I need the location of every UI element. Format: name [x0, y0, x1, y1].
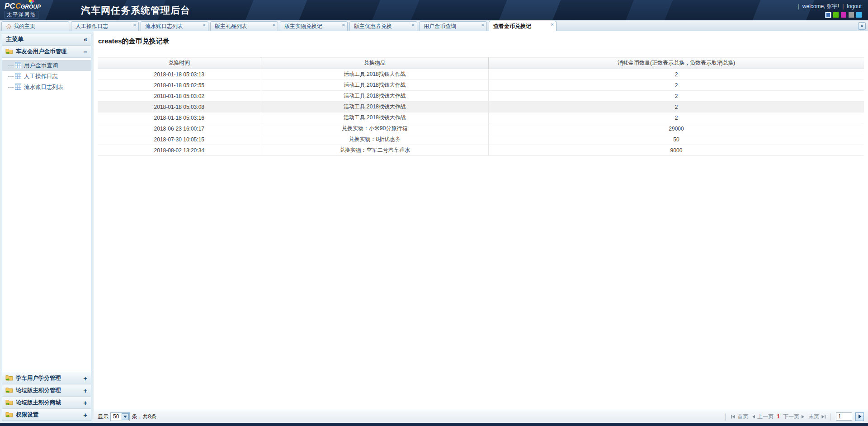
- sidebar-group-mod-points-mgmt[interactable]: 论坛版主积分管理 +: [2, 384, 91, 396]
- app-window: PCCGROUP 太平洋网络 汽车网任务系统管理后台 |welcome, 张宇!…: [0, 0, 868, 426]
- table-row[interactable]: 2018-06-23 16:00:17 兑换实物：小米90分旅行箱 29000: [98, 123, 864, 134]
- user-line: |welcome, 张宇!|logout: [795, 3, 862, 10]
- cell-amount: 2: [488, 112, 864, 123]
- collapse-minus-icon[interactable]: −: [83, 48, 87, 56]
- cell-item: 兑换实物：小米90分旅行箱: [261, 123, 488, 134]
- close-icon[interactable]: ×: [342, 22, 345, 28]
- last-page-icon: [821, 414, 826, 419]
- tree-line: [8, 66, 14, 66]
- close-icon[interactable]: ×: [551, 21, 554, 27]
- divider: │: [829, 413, 833, 420]
- logo-wordmark: PCCGROUP: [5, 3, 75, 10]
- expand-plus-icon[interactable]: +: [83, 411, 87, 419]
- theme-skyblue-button[interactable]: [856, 12, 862, 18]
- table-row[interactable]: 2018-01-18 05:03:08 活动工具,2018找钱大作战 2: [98, 102, 864, 112]
- main-content: creates的金币兑换记录 兑换时间 兑换物品 消耗金币数量(正数表示兑换，负…: [94, 31, 868, 423]
- table-icon: [15, 84, 21, 91]
- pagination-bar: 显示 50 条，共8条 │ 首页: [94, 410, 868, 423]
- table-row[interactable]: 2018-08-02 13:20:34 兑换实物：空军二号汽车香水 9000: [98, 145, 864, 156]
- folder-icon: [5, 375, 13, 382]
- goto-page-input[interactable]: [836, 412, 852, 421]
- tab-home[interactable]: 我的主页: [1, 21, 69, 31]
- cell-amount: 9000: [488, 145, 864, 156]
- logout-link[interactable]: logout: [847, 3, 862, 9]
- table-header-row: 兑换时间 兑换物品 消耗金币数量(正数表示兑换，负数表示取消兑换): [98, 57, 864, 69]
- sidebar-group-permission-settings[interactable]: 权限设置 +: [2, 408, 91, 421]
- tab-user-coin-query[interactable]: 用户金币查询 ×: [419, 21, 487, 31]
- last-page-button[interactable]: 末页: [808, 413, 826, 421]
- table-icon: [15, 73, 21, 80]
- close-icon[interactable]: ×: [481, 22, 484, 28]
- cell-time: 2018-01-18 05:03:16: [98, 112, 261, 123]
- chevron-down-icon[interactable]: [122, 413, 129, 420]
- folder-icon: [5, 387, 13, 394]
- tab-mod-gift-list[interactable]: 版主礼品列表 ×: [210, 21, 278, 31]
- folder-icon: [5, 48, 13, 56]
- next-page-button[interactable]: 下一页: [783, 413, 805, 421]
- table-icon: [15, 62, 21, 70]
- cell-item: 活动工具,2018找钱大作战: [261, 80, 488, 91]
- exchange-table-wrap: 兑换时间 兑换物品 消耗金币数量(正数表示兑换，负数表示取消兑换) 2018-0…: [94, 50, 868, 156]
- tab-manual-op-log[interactable]: 人工操作日志 ×: [71, 21, 139, 31]
- close-icon[interactable]: ×: [203, 22, 206, 28]
- cell-amount: 2: [488, 69, 864, 80]
- next-page-icon: [801, 414, 805, 419]
- close-icon[interactable]: ×: [412, 22, 415, 28]
- tab-flow-log-list[interactable]: 流水账日志列表 ×: [141, 21, 208, 31]
- content-title: creates的金币兑换记录: [94, 31, 868, 50]
- cell-item: 活动工具,2018找钱大作战: [261, 112, 488, 123]
- tab-view-coin-exchange[interactable]: 查看金币兑换记 ×: [489, 21, 557, 31]
- table-row[interactable]: 2018-01-18 05:02:55 活动工具,2018找钱大作战 2: [98, 80, 864, 91]
- cell-amount: 29000: [488, 123, 864, 134]
- col-header-coin-amount: 消耗金币数量(正数表示兑换，负数表示取消兑换): [488, 57, 864, 69]
- expand-plus-icon[interactable]: +: [83, 387, 87, 394]
- tree-line: [8, 87, 14, 88]
- cell-time: 2018-01-18 05:02:55: [98, 80, 261, 91]
- tabbar-close-button[interactable]: ×: [858, 22, 866, 30]
- sidebar-collapse-icon[interactable]: «: [84, 36, 87, 43]
- exchange-records-table: 兑换时间 兑换物品 消耗金币数量(正数表示兑换，负数表示取消兑换) 2018-0…: [98, 57, 864, 156]
- show-label: 显示: [98, 413, 108, 421]
- table-row[interactable]: 2018-01-18 05:03:13 活动工具,2018找钱大作战 2: [98, 69, 864, 80]
- cell-time: 2018-01-18 05:03:13: [98, 69, 261, 80]
- theme-blue-button[interactable]: [826, 12, 831, 18]
- col-header-exchange-item: 兑换物品: [261, 57, 488, 69]
- sidebar-item-manual-op-log[interactable]: 人工操作日志: [2, 71, 91, 82]
- table-row[interactable]: 2018-01-18 05:03:02 活动工具,2018找钱大作战 2: [98, 91, 864, 102]
- col-header-exchange-time: 兑换时间: [98, 57, 261, 69]
- sidebar-group-mod-points-mall[interactable]: 论坛版主积分商城 +: [2, 396, 91, 408]
- sidebar-item-flow-log-list[interactable]: 流水账日志列表: [2, 82, 91, 93]
- table-row[interactable]: 2018-01-18 05:03:16 活动工具,2018找钱大作战 2: [98, 112, 864, 123]
- table-row[interactable]: 2018-07-30 10:05:15 兑换实物：8折优惠券 50: [98, 134, 864, 145]
- page-title: 汽车网任务系统管理后台: [81, 4, 190, 17]
- theme-green-button[interactable]: [833, 12, 839, 18]
- welcome-user-link[interactable]: welcome, 张宇!: [802, 3, 839, 9]
- page-size-select[interactable]: 50: [110, 412, 130, 421]
- cell-amount: 2: [488, 102, 864, 112]
- sidebar-group-learner-credit[interactable]: 学车用户学分管理 +: [2, 372, 91, 384]
- cell-time: 2018-01-18 05:03:08: [98, 102, 261, 112]
- prev-page-button[interactable]: 上一页: [751, 413, 774, 421]
- close-icon[interactable]: ×: [133, 22, 136, 28]
- go-page-button[interactable]: [855, 412, 864, 421]
- tab-mod-goods-exchange[interactable]: 版主实物兑换记 ×: [280, 21, 348, 31]
- tab-mod-coupon-exchange[interactable]: 版主优惠券兑换 ×: [349, 21, 417, 31]
- sidebar-group-coin-mgmt[interactable]: 车友会用户金币管理 −: [2, 46, 91, 58]
- home-icon: [6, 23, 11, 29]
- theme-magenta-button[interactable]: [841, 12, 846, 18]
- page-size-group: 显示 50 条，共8条: [98, 412, 156, 421]
- top-header: PCCGROUP 太平洋网络 汽车网任务系统管理后台 |welcome, 张宇!…: [0, 0, 868, 20]
- cell-item: 兑换实物：8折优惠券: [261, 134, 488, 145]
- divider: │: [724, 413, 727, 420]
- expand-plus-icon[interactable]: +: [83, 399, 87, 407]
- total-count-label: 条，共8条: [132, 413, 156, 421]
- theme-switcher: [795, 12, 862, 18]
- theme-gray-button[interactable]: [849, 12, 854, 18]
- sidebar-item-user-coin-query[interactable]: 用户金币查询: [2, 60, 91, 71]
- expand-plus-icon[interactable]: +: [83, 375, 87, 382]
- first-page-button[interactable]: 首页: [731, 413, 748, 421]
- close-icon[interactable]: ×: [273, 22, 275, 28]
- sidebar-group-items: 用户金币查询 人工操作日志 流水账日志列表: [2, 58, 91, 94]
- tree-line: [8, 76, 14, 77]
- cell-item: 兑换实物：空军二号汽车香水: [261, 145, 488, 156]
